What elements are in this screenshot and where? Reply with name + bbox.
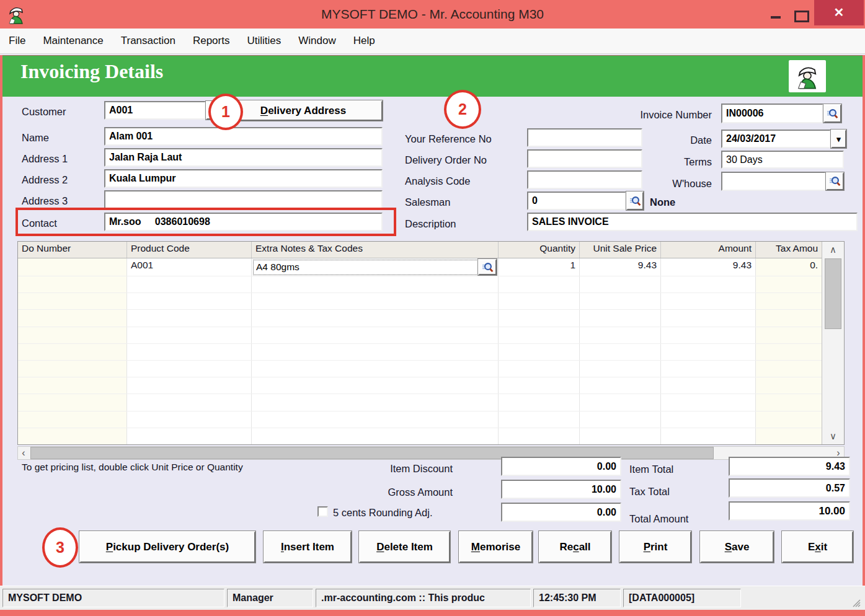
description-input[interactable] [527, 213, 858, 231]
invoice-number-input[interactable] [721, 103, 823, 123]
annotation-step-3: 3 [42, 527, 78, 568]
extra-notes-input[interactable] [253, 260, 478, 275]
col-header-tax-amount[interactable]: Tax Amou [756, 242, 822, 258]
pickup-delivery-orders-button[interactable]: Pickup Delivery Order(s) [79, 531, 255, 563]
rounding-label: 5 cents Rounding Adj. [333, 503, 433, 522]
status-company: MYSOFT DEMO [2, 589, 224, 607]
name-input[interactable] [104, 127, 383, 146]
table-row [18, 293, 822, 310]
cell-product-code[interactable]: A001 [127, 258, 252, 276]
recall-button[interactable]: Recall [539, 531, 611, 563]
annotation-step-2: 2 [444, 90, 481, 129]
invoice-items-grid: Do Number Product Code Extra Notes & Tax… [17, 241, 845, 445]
close-icon[interactable]: ✕ [814, 0, 864, 25]
salesman-none-label: None [650, 193, 675, 211]
extra-notes-search-icon[interactable] [478, 259, 497, 275]
cell-tax-amount[interactable]: 0. [756, 258, 822, 276]
cell-amount[interactable]: 9.43 [661, 258, 756, 276]
horizontal-scrollbar[interactable]: ‹ › [17, 446, 845, 460]
item-total-value[interactable] [729, 457, 850, 476]
status-time: 12:45:30 PM [533, 589, 621, 607]
terms-input[interactable] [721, 151, 844, 169]
scroll-left-icon[interactable]: ‹ [18, 447, 29, 459]
window-border-left [0, 55, 2, 609]
table-row [18, 428, 822, 444]
insert-item-button[interactable]: Insert Item [264, 531, 352, 563]
status-bar: MYSOFT DEMO Manager .mr-accounting.com :… [0, 586, 865, 610]
col-header-amount[interactable]: Amount [661, 242, 756, 258]
gross-amount-label: Gross Amount [329, 483, 453, 501]
date-dropdown-icon[interactable]: ▾ [831, 130, 846, 148]
col-header-quantity[interactable]: Quantity [499, 242, 580, 258]
gross-amount-value[interactable] [501, 480, 621, 499]
col-header-product-code[interactable]: Product Code [127, 242, 252, 258]
delivery-order-no-input[interactable] [527, 149, 642, 168]
menu-file[interactable]: File [0, 29, 34, 53]
window-border-right [863, 55, 865, 609]
print-button[interactable]: Print [619, 531, 691, 563]
delivery-order-no-label: Delivery Order No [405, 151, 487, 169]
tax-total-value[interactable] [729, 478, 850, 498]
whouse-search-icon[interactable] [826, 172, 844, 190]
item-discount-value[interactable] [501, 457, 621, 476]
whouse-input[interactable] [721, 172, 826, 191]
table-row [18, 377, 822, 394]
your-reference-no-label: Your Reference No [405, 130, 492, 148]
table-row [18, 411, 822, 428]
rounding-checkbox[interactable] [317, 506, 328, 517]
name-label: Name [22, 128, 49, 147]
status-database: [DATA000005] [623, 589, 741, 607]
status-website: .mr-accounting.com :: This produc [316, 589, 531, 607]
pricing-hint: To get pricing list, double click Unit P… [22, 462, 243, 473]
menu-window[interactable]: Window [290, 29, 344, 53]
customer-input[interactable] [104, 101, 206, 120]
maximize-icon[interactable] [794, 11, 809, 22]
delete-item-button[interactable]: Delete Item [359, 531, 450, 563]
invoice-number-label: Invoice Number [611, 105, 712, 124]
whouse-label: W'house [645, 174, 712, 193]
resize-grip-icon[interactable] [851, 597, 861, 607]
scroll-up-icon[interactable]: ∧ [822, 242, 844, 258]
invoice-number-search-icon[interactable] [823, 104, 841, 123]
description-label: Description [405, 214, 456, 233]
salesman-search-icon[interactable] [626, 191, 644, 210]
menu-help[interactable]: Help [345, 29, 384, 53]
window-border-bottom [0, 609, 865, 616]
total-amount-value[interactable] [729, 501, 850, 521]
annotation-step-1: 1 [208, 94, 243, 130]
table-row: A001 1 9.43 9.43 0. [18, 258, 822, 276]
vertical-scrollbar[interactable]: ∧ ∨ [822, 242, 844, 444]
menu-reports[interactable]: Reports [184, 29, 239, 53]
address3-input[interactable] [104, 190, 383, 209]
scroll-down-icon[interactable]: ∨ [822, 428, 844, 444]
delivery-address-button[interactable]: Delivery Address [224, 100, 383, 121]
address2-input[interactable] [104, 169, 383, 188]
table-row [18, 361, 822, 377]
application-window: MYSOFT DEMO - Mr. Accounting M30 ✕ File … [0, 0, 865, 616]
annotation-contact-highlight [16, 208, 396, 236]
col-header-extra-notes[interactable]: Extra Notes & Tax Codes [252, 242, 499, 258]
menu-maintenance[interactable]: Maintenance [34, 29, 112, 53]
col-header-do-number[interactable]: Do Number [18, 242, 127, 258]
save-button[interactable]: Save [700, 531, 774, 563]
date-input[interactable] [721, 130, 831, 148]
exit-button[interactable]: Exit [782, 531, 853, 563]
cell-do-number[interactable] [18, 258, 127, 276]
rounding-value[interactable] [501, 503, 621, 522]
your-reference-no-input[interactable] [527, 128, 642, 147]
title-bar: MYSOFT DEMO - Mr. Accounting M30 ✕ [0, 0, 865, 29]
salesman-input[interactable] [527, 191, 626, 210]
cell-quantity[interactable]: 1 [499, 258, 580, 276]
menu-transaction[interactable]: Transaction [112, 29, 184, 53]
col-header-unit-sale-price[interactable]: Unit Sale Price [580, 242, 661, 258]
minimize-icon[interactable] [771, 16, 781, 19]
menu-utilities[interactable]: Utilities [238, 29, 290, 53]
address1-input[interactable] [104, 148, 383, 167]
analysis-code-input[interactable] [527, 170, 642, 189]
window-title: MYSOFT DEMO - Mr. Accounting M30 [0, 0, 865, 29]
tax-total-label: Tax Total [629, 482, 670, 501]
vertical-scrollbar-thumb[interactable] [825, 258, 841, 329]
memorise-button[interactable]: Memorise [459, 531, 533, 563]
cell-unit-sale-price[interactable]: 9.43 [580, 258, 661, 276]
total-amount-label: Total Amount [629, 509, 688, 528]
